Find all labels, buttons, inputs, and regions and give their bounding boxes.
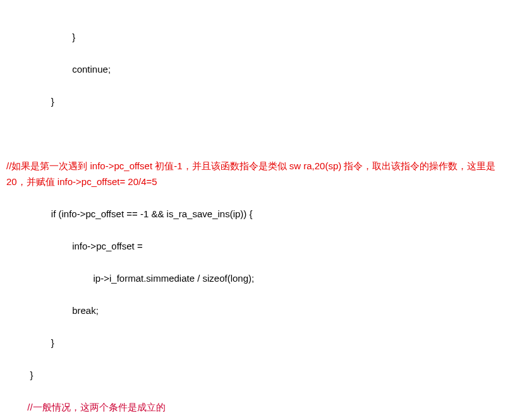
code-line: info->pc_offset =	[6, 238, 509, 255]
code-line: break;	[6, 303, 509, 319]
code-line: ip->i_format.simmediate / sizeof(long);	[6, 270, 509, 287]
code-line: }	[6, 367, 509, 383]
comment-darkred: //一般情况，这两个条件是成立的	[6, 399, 509, 416]
code-line: }	[6, 335, 509, 351]
comment-red: //如果是第一次遇到 info->pc_offset 初值-1，并且该函数指令是…	[6, 158, 509, 190]
code-line: continue;	[6, 61, 509, 78]
code-line: }	[6, 93, 509, 110]
code-document: } continue; } //如果是第一次遇到 info->pc_offset…	[6, 13, 509, 420]
code-line: }	[6, 29, 509, 45]
code-line: if (info->pc_offset == -1 && is_ra_save_…	[6, 206, 509, 222]
